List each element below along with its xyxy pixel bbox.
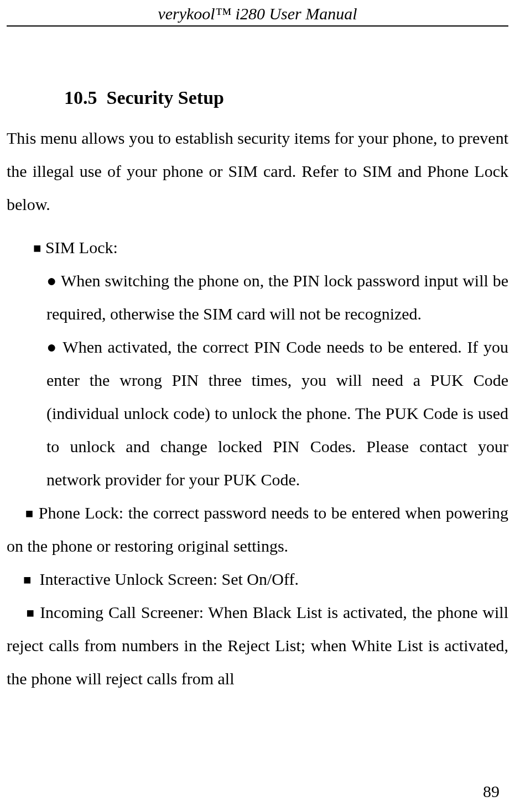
sub-bullet-pin-code-text: When activated, the correct PIN Code nee… [46,338,508,489]
section-number: 10.5 [64,87,97,108]
sub-bullet-pin-lock-text: When switching the phone on, the PIN loc… [46,271,508,323]
page-number: 89 [483,782,500,801]
square-bullet-icon: ■ [33,240,41,255]
square-bullet-icon: ■ [23,572,32,587]
document-header: verykool™ i280 User Manual [0,0,515,25]
section-heading: 10.5 Security Setup [7,87,508,108]
bullet-phone-lock: ■ Phone Lock: the correct password needs… [7,496,508,563]
bullet-interactive-unlock-text: Interactive Unlock Screen: Set On/Off. [40,570,299,588]
sub-bullet-pin-code: ● When activated, the correct PIN Code n… [7,331,508,496]
square-bullet-icon: ■ [25,506,34,521]
dot-bullet-icon: ● [46,271,57,290]
bullet-sim-lock-label: SIM Lock: [45,238,118,256]
page-content: 10.5 Security Setup This menu allows you… [0,27,515,695]
bullet-interactive-unlock: ■ Interactive Unlock Screen: Set On/Off. [7,563,508,596]
square-bullet-icon: ■ [26,605,35,620]
bullet-phone-lock-text: Phone Lock: the correct password needs t… [7,504,508,555]
sub-bullet-pin-lock: ● When switching the phone on, the PIN l… [7,264,508,331]
header-title: verykool™ i280 User Manual [158,4,357,23]
intro-paragraph: This menu allows you to establish securi… [7,122,508,221]
dot-bullet-icon: ● [46,338,58,356]
bullet-call-screener: ■ Incoming Call Screener: When Black Lis… [7,596,508,695]
bullet-sim-lock: ■ SIM Lock: [7,231,508,264]
bullet-call-screener-text: Incoming Call Screener: When Black List … [7,603,508,688]
section-title-text: Security Setup [107,87,225,108]
